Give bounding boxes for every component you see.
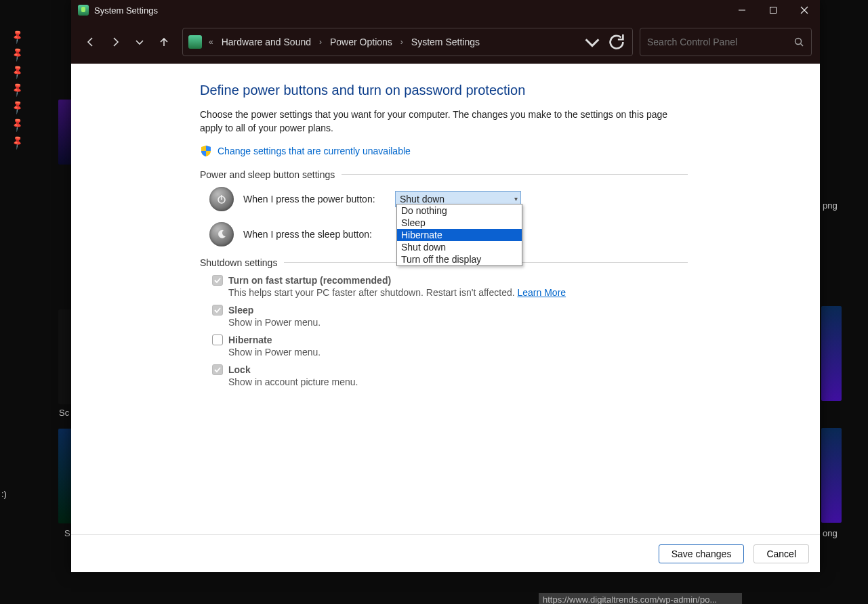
sleep-checkbox-label: Sleep (228, 305, 253, 316)
power-option-sleep[interactable]: Sleep (397, 217, 522, 229)
toolbar: « Hardware and Sound › Power Options › S… (71, 20, 820, 64)
shield-icon (200, 145, 212, 157)
divider (342, 174, 688, 175)
cancel-button[interactable]: Cancel (753, 544, 809, 563)
taskbar-pins: 📌📌📌📌📌📌📌 (1, 23, 25, 146)
chevron-right-icon: › (316, 37, 325, 47)
bg-caption-1: Sc (59, 408, 69, 418)
bg-emoji: :) (1, 489, 7, 499)
breadcrumb-system-settings[interactable]: System Settings (410, 35, 481, 49)
chevron-right-icon: › (398, 37, 406, 47)
window-title: System Settings (94, 5, 158, 16)
sleep-button-label: When I press the sleep button: (243, 229, 386, 240)
breadcrumb-power-options[interactable]: Power Options (329, 35, 394, 49)
bg-caption-2: S (64, 528, 70, 538)
address-bar[interactable]: « Hardware and Sound › Power Options › S… (182, 28, 633, 56)
bg-thumb-5 (821, 428, 842, 523)
footer: Save changes Cancel (71, 534, 820, 572)
power-button-label: When I press the power button: (243, 194, 386, 204)
section-shutdown-header: Shutdown settings (200, 257, 277, 268)
power-option-shut-down[interactable]: Shut down (397, 241, 522, 253)
power-option-hibernate[interactable]: Hibernate (397, 229, 522, 241)
svg-point-4 (795, 39, 802, 45)
power-option-turn-off-the-display[interactable]: Turn off the display (397, 253, 522, 265)
refresh-button[interactable] (606, 32, 627, 52)
search-icon (793, 37, 804, 47)
back-button[interactable] (79, 30, 102, 53)
hibernate-checkbox-desc: Show in Power menu. (228, 347, 688, 358)
fast-startup-label: Turn on fast startup (recommended) (228, 275, 391, 286)
chevron-down-icon: ▾ (514, 195, 518, 202)
search-box[interactable] (640, 28, 812, 56)
power-button-icon (209, 187, 234, 211)
bg-url-bar: https://www.digitaltrends.com/wp-admin/p… (539, 593, 742, 604)
sleep-checkbox-desc: Show in Power menu. (228, 317, 688, 328)
forward-button[interactable] (104, 30, 127, 53)
content-area: Define power buttons and turn on passwor… (71, 64, 820, 572)
bg-caption-4: ong (823, 528, 838, 538)
power-select-value: Shut down (400, 194, 445, 204)
svg-rect-1 (770, 7, 777, 14)
bg-caption-3: png (823, 200, 838, 211)
address-dropdown-button[interactable] (582, 32, 602, 52)
page-description: Choose the power settings that you want … (200, 108, 688, 135)
lock-checkbox[interactable] (212, 364, 223, 375)
learn-more-link[interactable]: Learn More (518, 287, 566, 298)
control-panel-icon (188, 35, 202, 49)
lock-checkbox-desc: Show in account picture menu. (228, 376, 688, 387)
maximize-button[interactable] (758, 0, 789, 20)
power-option-do-nothing[interactable]: Do nothing (397, 204, 522, 217)
bg-thumb-4 (821, 306, 842, 401)
sleep-button-icon (209, 222, 234, 246)
save-button[interactable]: Save changes (659, 544, 745, 563)
search-input[interactable] (647, 37, 793, 47)
up-button[interactable] (152, 30, 175, 53)
sleep-checkbox[interactable] (212, 305, 223, 316)
recent-button[interactable] (128, 30, 151, 53)
breadcrumb-hardware[interactable]: Hardware and Sound (220, 35, 312, 49)
chevron-prefix-icon: « (206, 37, 216, 47)
app-icon (78, 5, 89, 16)
change-settings-link[interactable]: Change settings that are currently unava… (218, 146, 411, 156)
section-power-header: Power and sleep button settings (200, 169, 335, 180)
minimize-button[interactable] (726, 0, 758, 20)
lock-checkbox-label: Lock (228, 364, 251, 375)
fast-startup-checkbox[interactable] (212, 275, 223, 286)
close-button[interactable] (789, 0, 820, 20)
page-title: Define power buttons and turn on passwor… (200, 83, 688, 98)
svg-line-5 (801, 44, 804, 47)
hibernate-checkbox[interactable] (212, 335, 223, 345)
control-panel-window: System Settings « Hardware and Sound › (71, 0, 820, 572)
hibernate-checkbox-label: Hibernate (228, 335, 272, 345)
bg-thumb-1 (58, 100, 72, 165)
fast-startup-desc: This helps start your PC faster after sh… (228, 287, 688, 298)
power-button-dropdown[interactable]: Do nothingSleepHibernateShut downTurn of… (396, 204, 522, 266)
titlebar[interactable]: System Settings (71, 0, 820, 20)
